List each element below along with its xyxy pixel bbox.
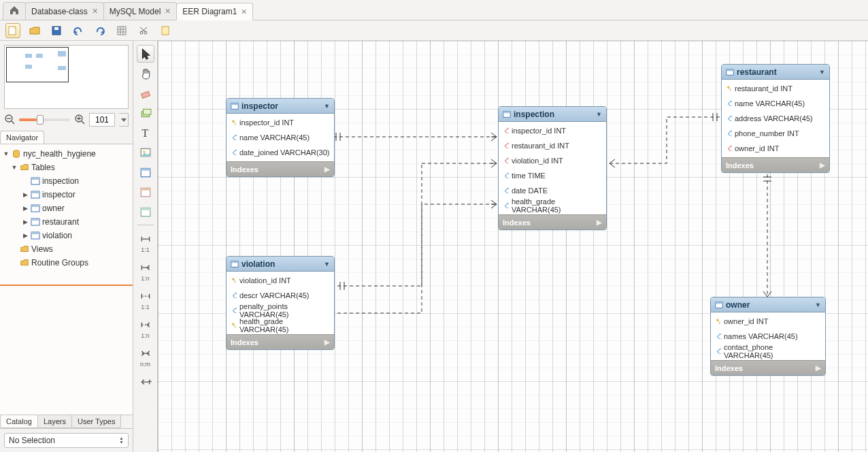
redo-button[interactable] — [93, 23, 107, 38]
folder-icon — [20, 163, 29, 172]
entity-inspector[interactable]: inspector▼inspector_id INTname VARCHAR(4… — [226, 98, 335, 177]
entity-column[interactable]: inspector_id INT — [227, 115, 334, 130]
entity-violation[interactable]: violation▼violation_id INTdescr VARCHAR(… — [226, 256, 335, 350]
entity-column[interactable]: health_grade VARCHAR(45) — [499, 198, 606, 213]
relation-1-n-identifying-tool[interactable] — [137, 258, 154, 276]
entity-column[interactable]: descr VARCHAR(45) — [227, 288, 334, 303]
entity-column[interactable]: address VARCHAR(45) — [722, 111, 829, 126]
pointer-tool[interactable] — [137, 45, 154, 63]
new-file-button[interactable] — [5, 23, 20, 38]
entity-header[interactable]: restaurant▼ — [722, 65, 829, 80]
tab-mysql-model[interactable]: MySQL Model ✕ — [103, 2, 178, 20]
entity-header[interactable]: inspection▼ — [499, 107, 606, 122]
entity-column[interactable]: inspector_id INT — [499, 123, 606, 138]
entity-indexes[interactable]: Indexes▶ — [227, 161, 334, 176]
save-button[interactable] — [49, 23, 64, 38]
tab-label: MySQL Model — [110, 7, 161, 16]
note-button[interactable] — [158, 23, 173, 38]
user-types-tab[interactable]: User Types — [71, 415, 121, 428]
relation-existing-tool[interactable] — [137, 372, 154, 390]
entity-column[interactable]: phone_number INT — [722, 126, 829, 141]
entity-inspection[interactable]: inspection▼inspector_id INTrestaurant_id… — [498, 106, 607, 230]
entity-indexes[interactable]: Indexes▶ — [227, 334, 334, 349]
tab-database-class[interactable]: Database-class ✕ — [25, 2, 104, 20]
hand-tool[interactable] — [137, 65, 154, 82]
diagram-canvas[interactable]: inspector▼inspector_id INTname VARCHAR(4… — [158, 41, 868, 452]
relation-n-m-tool[interactable] — [137, 344, 154, 361]
entity-column[interactable]: contact_phone VARCHAR(45) — [711, 344, 825, 359]
zoom-out-button[interactable] — [4, 114, 15, 127]
tree-label: inspector — [42, 190, 76, 199]
relation-1-1-nonidentifying-tool[interactable] — [137, 287, 154, 304]
tree-table-owner[interactable]: ▶owner — [0, 201, 133, 215]
entity-header[interactable]: inspector▼ — [227, 99, 334, 114]
open-file-button[interactable] — [27, 23, 42, 38]
tree-table-inspector[interactable]: ▶inspector — [0, 188, 133, 201]
entity-column[interactable]: violation_id INT — [499, 153, 606, 168]
zoom-in-button[interactable] — [74, 114, 85, 127]
entity-column[interactable]: time TIME — [499, 168, 606, 183]
eraser-tool[interactable] — [137, 84, 154, 102]
entity-column[interactable]: owner_id INT — [711, 314, 825, 329]
tree-tables[interactable]: ▼ Tables — [0, 161, 133, 174]
text-tool[interactable] — [137, 124, 154, 142]
column-label: date_joined VARCHAR(30) — [239, 148, 329, 157]
rel-label: 1:1 — [141, 304, 150, 310]
tree-views[interactable]: ▶ Views — [0, 242, 133, 256]
entity-column[interactable]: date DATE — [499, 183, 606, 198]
zoom-slider[interactable] — [19, 118, 70, 121]
entity-column[interactable]: violation_id INT — [227, 273, 334, 288]
tree-table-restaurant[interactable]: ▶restaurant — [0, 215, 133, 229]
selection-dropdown[interactable]: No Selection ▲▼ — [4, 433, 129, 448]
entity-header[interactable]: owner▼ — [711, 297, 825, 312]
column-label: address VARCHAR(45) — [735, 114, 813, 123]
entity-indexes[interactable]: Indexes▶ — [711, 360, 825, 375]
zoom-dropdown[interactable] — [119, 113, 129, 127]
entity-column[interactable]: penalty_points VARCHAR(45) — [227, 303, 334, 318]
top-tab-bar: Database-class ✕ MySQL Model ✕ EER Diagr… — [0, 0, 868, 20]
collapse-icon[interactable]: ▼ — [324, 261, 330, 268]
tree-table-violation[interactable]: ▶violation — [0, 229, 133, 242]
collapse-icon[interactable]: ▼ — [815, 302, 821, 308]
model-overview[interactable] — [4, 45, 129, 109]
new-view-tool[interactable] — [137, 183, 154, 201]
entity-column[interactable]: name VARCHAR(45) — [722, 96, 829, 111]
layer-tool[interactable] — [137, 104, 154, 122]
close-icon[interactable]: ✕ — [165, 7, 171, 16]
entity-indexes[interactable]: Indexes▶ — [722, 157, 829, 172]
entity-column[interactable]: restaurant_id INT — [499, 138, 606, 153]
entity-owner[interactable]: owner▼owner_id INTnames VARCHAR(45)conta… — [710, 297, 826, 376]
entity-column[interactable]: name VARCHAR(45) — [227, 130, 334, 145]
image-tool[interactable] — [137, 144, 154, 161]
catalog-tab[interactable]: Catalog — [0, 415, 38, 428]
collapse-icon[interactable]: ▼ — [819, 69, 825, 76]
collapse-icon[interactable]: ▼ — [324, 103, 330, 110]
entity-column[interactable]: owner_id INT — [722, 141, 829, 156]
new-routine-tool[interactable] — [137, 203, 154, 221]
navigator-tab[interactable]: Navigator — [0, 131, 44, 144]
tab-eer-diagram[interactable]: EER Diagram1 ✕ — [176, 3, 253, 20]
collapse-icon[interactable]: ▼ — [596, 111, 602, 118]
entity-header[interactable]: violation▼ — [227, 257, 334, 272]
relation-1-1-identifying-tool[interactable] — [137, 229, 154, 247]
tree-routine-groups[interactable]: ▶ Routine Groups — [0, 256, 133, 270]
undo-button[interactable] — [71, 23, 86, 38]
entity-column[interactable]: restaurant_id INT — [722, 81, 829, 96]
entity-restaurant[interactable]: restaurant▼restaurant_id INTname VARCHAR… — [721, 64, 830, 173]
entity-column[interactable]: date_joined VARCHAR(30) — [227, 145, 334, 160]
zoom-input[interactable] — [89, 113, 115, 127]
new-table-tool[interactable] — [137, 163, 154, 181]
tree-database[interactable]: ▼ nyc_health_hygiene — [0, 147, 133, 161]
foreign-key-icon — [503, 142, 509, 150]
relation-1-n-nonidentifying-tool[interactable] — [137, 315, 154, 333]
entity-column[interactable]: names VARCHAR(45) — [711, 329, 825, 344]
layers-tab[interactable]: Layers — [37, 415, 72, 428]
align-button[interactable] — [136, 23, 151, 38]
tree-table-inspection[interactable]: ▶inspection — [0, 174, 133, 188]
grid-button[interactable] — [114, 23, 129, 38]
close-icon[interactable]: ✕ — [92, 7, 98, 16]
tab-home[interactable] — [3, 2, 26, 20]
entity-indexes[interactable]: Indexes▶ — [499, 214, 606, 229]
close-icon[interactable]: ✕ — [241, 7, 247, 16]
entity-column[interactable]: health_grade VARCHAR(45) — [227, 318, 334, 333]
